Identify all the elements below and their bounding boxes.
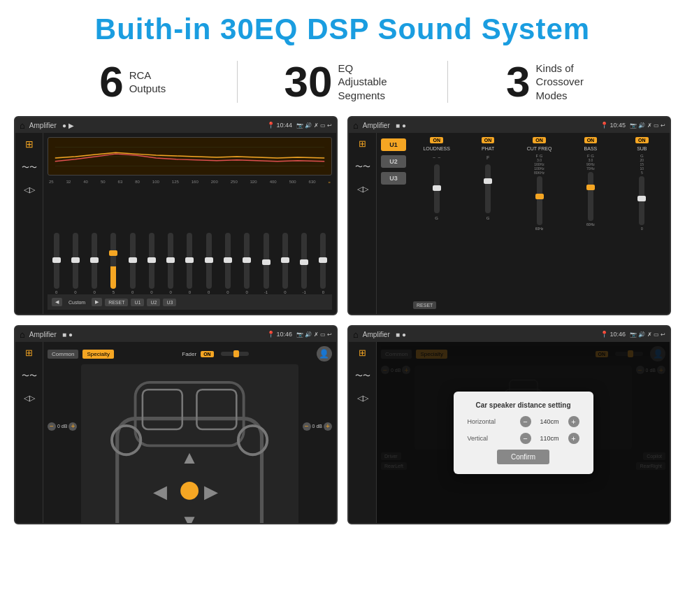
fader-time: 📍 10:46 (267, 331, 292, 338)
fader-on-badge[interactable]: ON (201, 351, 214, 357)
fader-sidebar-icon-1[interactable]: ⊞ (25, 348, 33, 358)
dist-sidebar-icon-1[interactable]: ⊞ (359, 348, 366, 358)
fader-main-area: Common Specialty Fader ON 👤 (43, 342, 336, 523)
eq-slider-1[interactable]: 0 (48, 233, 65, 294)
eq-slider-12[interactable]: -1 (257, 233, 275, 294)
fader-avatar-icon: 👤 (317, 346, 332, 361)
fader-right-controls: − 0 dB + − 0 dB + (303, 364, 332, 524)
modal-vertical-stepper: − 110cm + (520, 433, 579, 444)
fader-sidebar-icon-2[interactable]: 〜〜 (22, 371, 37, 381)
eq-title: Amplifier ● ▶ (29, 122, 263, 129)
eq-prev-btn[interactable]: ◀ (52, 298, 62, 306)
eq-slider-4[interactable]: 5 (105, 233, 122, 294)
dist-sidebar: ⊞ 〜〜 ◁▷ (349, 342, 377, 523)
modal-vertical-minus[interactable]: − (520, 433, 531, 444)
stat-label-cross: Kinds ofCrossover Modes (536, 62, 599, 103)
eq-slider-14[interactable]: -1 (295, 233, 312, 294)
db-val-3: 0 dB (312, 424, 322, 429)
modal-vertical-value: 110cm (534, 435, 565, 442)
eq-next-btn[interactable]: ▶ (92, 298, 102, 306)
dist-title: Amplifier ■ ● (363, 331, 596, 338)
dist-sidebar-icon-3[interactable]: ◁▷ (357, 394, 368, 403)
dist-content: ⊞ 〜〜 ◁▷ Common Specialty ON 👤 (349, 342, 670, 523)
modal-horizontal-minus[interactable]: − (520, 416, 531, 427)
eq-slider-11[interactable]: 0 (238, 233, 256, 294)
eq-reset-btn[interactable]: RESET (105, 299, 128, 306)
eq-sidebar: ⊞ 〜〜 ◁▷ (15, 133, 43, 314)
stats-row: 6 RCAOutputs 30 EQ AdjustableSegments 3 … (0, 53, 685, 116)
db-minus-3[interactable]: − (303, 422, 311, 431)
eq-slider-13[interactable]: 0 (276, 233, 294, 294)
modal-vertical-row: Vertical − 110cm + (468, 433, 579, 444)
svg-rect-6 (197, 389, 237, 429)
cross-u3-btn[interactable]: U3 (381, 172, 406, 185)
modal-title: Car speaker distance setting (468, 401, 579, 409)
modal-vertical-label: Vertical (468, 435, 489, 442)
cross-sub-col: ON SUB G 20 15 10 5 0 (619, 137, 665, 290)
cross-reset-btn[interactable]: RESET (413, 301, 436, 309)
eq-slider-10[interactable]: 0 (219, 233, 236, 294)
svg-rect-5 (143, 389, 182, 429)
eq-sliders-area: 0 0 0 5 0 (48, 187, 332, 294)
eq-slider-3[interactable]: 0 (86, 233, 103, 294)
home-icon[interactable]: ⌂ (20, 120, 25, 131)
eq-sidebar-icon-2[interactable]: 〜〜 (22, 162, 37, 173)
fader-status-bar: ⌂ Amplifier ■ ● 📍 10:46 📷 🔊 ✗ ▭ ↩ (15, 327, 336, 342)
dist-time: 📍 10:46 (600, 331, 626, 338)
dist-home-icon[interactable]: ⌂ (353, 329, 359, 340)
cross-status-icons: 📷 🔊 ✗ ▭ ↩ (630, 122, 665, 129)
fader-home-icon[interactable]: ⌂ (20, 329, 25, 340)
fader-content: ⊞ 〜〜 ◁▷ Common Specialty Fader ON 👤 (15, 342, 336, 523)
eq-slider-7[interactable]: 0 (162, 233, 180, 294)
cross-sidebar-icon-3[interactable]: ◁▷ (357, 185, 368, 194)
cross-phat-col: ON PHAT F G (464, 137, 511, 290)
fader-common-tab[interactable]: Common (48, 350, 78, 359)
eq-slider-6[interactable]: 0 (143, 233, 160, 294)
dist-sidebar-icon-2[interactable]: 〜〜 (355, 371, 370, 381)
fader-sidebar-icon-3[interactable]: ◁▷ (24, 394, 35, 403)
fader-left-controls: − 0 dB + − 0 dB + (48, 364, 77, 524)
svg-text:◀: ◀ (154, 482, 168, 501)
cross-status-bar: ⌂ Amplifier ■ ● 📍 10:45 📷 🔊 ✗ ▭ ↩ (349, 117, 670, 133)
eq-slider-5[interactable]: 0 (124, 233, 141, 294)
eq-screen-box: ⌂ Amplifier ● ▶ 📍 10:44 📷 🔊 ✗ ▭ ↩ ⊞ 〜〜 ◁… (14, 116, 338, 315)
db-minus-1[interactable]: − (48, 422, 56, 431)
modal-horizontal-plus[interactable]: + (568, 416, 579, 427)
fader-specialty-tab[interactable]: Specialty (82, 350, 113, 359)
fader-tabs-row: Common Specialty Fader ON 👤 (48, 346, 332, 361)
modal-confirm-btn[interactable]: Confirm (497, 450, 549, 464)
cross-sidebar-icon-2[interactable]: 〜〜 (355, 162, 370, 172)
fader-track[interactable] (221, 352, 249, 356)
eq-slider-9[interactable]: 0 (200, 233, 217, 294)
eq-main-area: 2532405063 80100125160200 25032040050063… (43, 133, 336, 314)
modal-horizontal-value: 140cm (534, 418, 565, 425)
eq-slider-2[interactable]: 0 (66, 233, 84, 294)
eq-slider-8[interactable]: 0 (181, 233, 199, 294)
eq-u2-btn[interactable]: U2 (147, 299, 160, 306)
db-plus-3[interactable]: + (324, 422, 332, 431)
eq-u1-btn[interactable]: U1 (131, 299, 144, 306)
cross-time: 📍 10:45 (600, 122, 626, 129)
eq-sidebar-icon-3[interactable]: ◁▷ (24, 185, 35, 194)
cross-home-icon[interactable]: ⌂ (353, 120, 359, 131)
car-diagram: ▲ ▼ ◀ ▶ (81, 364, 298, 524)
svg-text:▼: ▼ (181, 511, 199, 524)
cross-main-area: ON LOUDNESS ~~ G ON PHAT F (410, 133, 670, 314)
cross-reset-row: RESET (413, 297, 665, 310)
fader-sidebar: ⊞ 〜〜 ◁▷ (15, 342, 43, 523)
stat-cross: 3 Kinds ofCrossover Modes (448, 60, 657, 103)
eq-u3-btn[interactable]: U3 (163, 299, 176, 306)
db-plus-1[interactable]: + (68, 422, 77, 431)
modal-vertical-plus[interactable]: + (568, 433, 579, 444)
modal-box: Car speaker distance setting Horizontal … (454, 392, 593, 474)
page-title: Buith-in 30EQ DSP Sound System (0, 0, 685, 53)
eq-slider-15[interactable]: 0 (315, 233, 332, 294)
cross-cutfreq-col: ON CUT FREQ F G 3.0 160Hz 100Hz 80KHz 6 (516, 137, 563, 290)
cross-u1-btn[interactable]: U1 (381, 138, 406, 151)
cross-sidebar-icon-1[interactable]: ⊞ (359, 138, 366, 149)
cross-loudness-col: ON LOUDNESS ~~ G (413, 137, 460, 290)
modal-overlay: Car speaker distance setting Horizontal … (377, 342, 670, 523)
screens-grid: ⌂ Amplifier ● ▶ 📍 10:44 📷 🔊 ✗ ▭ ↩ ⊞ 〜〜 ◁… (0, 116, 685, 534)
cross-u2-btn[interactable]: U2 (381, 155, 406, 168)
eq-sidebar-icon-1[interactable]: ⊞ (25, 138, 34, 150)
